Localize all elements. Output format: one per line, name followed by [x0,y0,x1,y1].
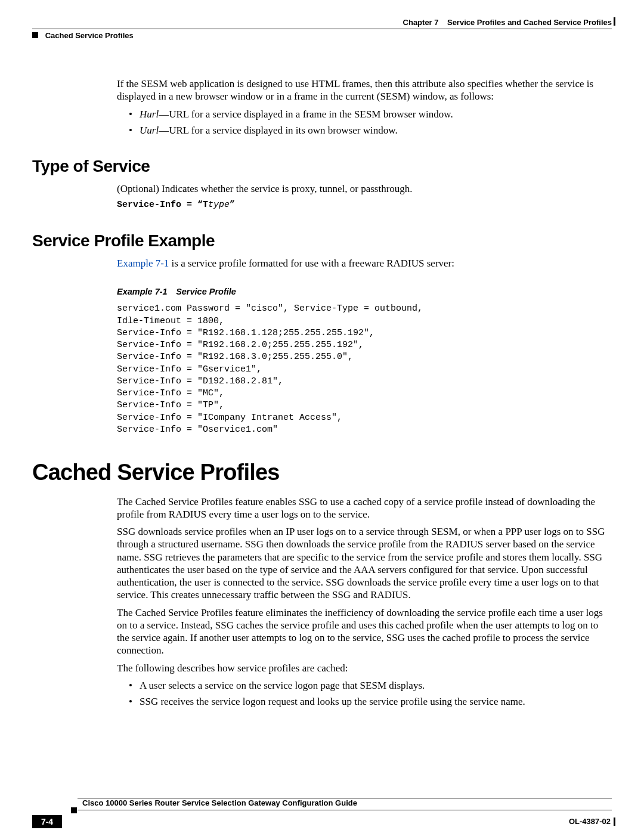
list-term: Uurl [140,125,159,136]
cached-p4: The following describes how service prof… [117,662,612,674]
cached-list: A user selects a service on the service … [129,679,612,708]
footer-book-title: Cisco 10000 Series Router Service Select… [82,798,357,807]
list-text: SSG receives the service logon request a… [140,696,525,707]
code-prefix: Service-Info = “T [117,200,208,210]
list-item: SSG receives the service logon request a… [129,695,612,708]
list-item: Hurl—URL for a service displayed in a fr… [129,108,612,120]
section-heading-type-of-service: Type of Service [32,156,612,176]
footer-rule-bottom [78,810,612,810]
footer-right-bar [614,817,615,826]
code-suffix: ” [230,200,235,210]
cached-p1: The Cached Service Profiles feature enab… [117,496,612,521]
header-section: Cached Service Profiles [45,31,134,40]
code-var: type [208,200,230,210]
example-caption: Example 7-1 Service Profile [117,286,612,297]
example-intro: Example 7-1 is a service profile formatt… [117,257,612,270]
section-heading-cached-service-profiles: Cached Service Profiles [32,459,612,487]
header-square-icon [32,32,38,38]
header-left: Cached Service Profiles [32,31,134,40]
example-intro-rest: is a service profile formatted for use w… [169,258,454,269]
type-of-service-paragraph: (Optional) Indicates whether the service… [117,182,612,195]
chapter-title: Service Profiles and Cached Service Prof… [447,18,612,27]
list-term: Hurl [140,109,159,120]
list-text: —URL for a service displayed in a frame … [159,109,453,120]
footer-square-icon [71,807,77,813]
cached-p2: SSG downloads service profiles when an I… [117,525,612,602]
list-text: A user selects a service on the service … [140,680,425,691]
header-right: Chapter 7 Service Profiles and Cached Se… [403,18,612,27]
footer-page-number: 7-4 [32,815,62,828]
footer-doc-number: OL-4387-02 [569,817,611,826]
list-text: —URL for a service displayed in its own … [159,125,398,136]
header-rule [32,29,612,29]
intro-list: Hurl—URL for a service displayed in a fr… [129,108,612,137]
type-of-service-syntax: Service-Info = “Ttype” [117,200,612,211]
list-item: A user selects a service on the service … [129,679,612,692]
service-profile-code: service1.com Password = "cisco", Service… [117,303,612,436]
cached-p3: The Cached Service Profiles feature elim… [117,606,612,657]
section-heading-service-profile-example: Service Profile Example [32,230,612,251]
chapter-label: Chapter 7 [403,18,439,27]
example-link[interactable]: Example 7-1 [117,258,169,269]
list-item: Uurl—URL for a service displayed in its … [129,124,612,137]
header-right-bar [614,17,615,26]
intro-paragraph: If the SESM web application is designed … [117,78,612,103]
